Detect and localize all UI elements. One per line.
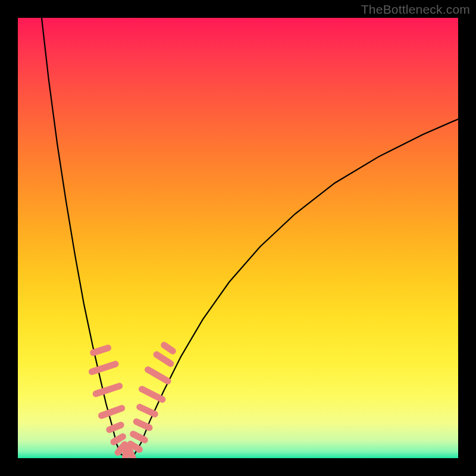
data-marker [135,403,159,419]
data-marker [97,404,126,420]
chart-frame: TheBottleneck.com [0,0,476,476]
data-marker [143,365,172,386]
watermark-text: TheBottleneck.com [361,2,470,17]
data-marker [92,382,123,398]
marker-group [88,340,177,458]
data-marker [88,360,120,376]
chart-svg [18,18,458,458]
plot-area [18,18,458,458]
data-marker [105,421,126,434]
data-marker [159,340,177,356]
